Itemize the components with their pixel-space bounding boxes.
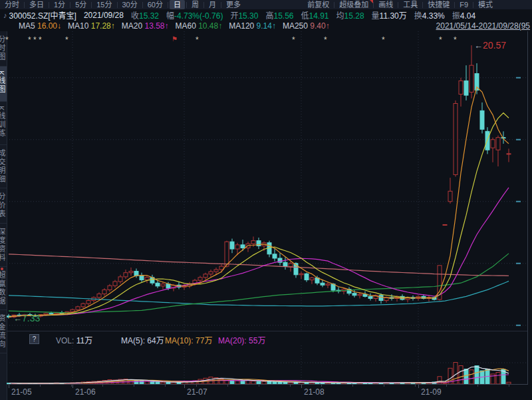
- red-dot-badge: [1, 268, 3, 270]
- axis-minor-tick: [40, 385, 41, 387]
- tool-menu: 前复权超级叠加画线工具快捷键F9模式: [303, 0, 497, 9]
- period-tab-周[interactable]: 周: [187, 0, 203, 9]
- new-feature-badge: [370, 0, 373, 3]
- period-tab-60分[interactable]: 60分: [143, 0, 168, 9]
- axis-minor-tick: [165, 385, 166, 387]
- vol-ma20: MA(20): 55万: [218, 334, 265, 345]
- vol-ma10: MA(10): 77万: [165, 334, 212, 345]
- volume-chart[interactable]: [7, 345, 528, 384]
- sidebar-tab-超赢数据[interactable]: 超赢数据: [0, 267, 7, 310]
- help-icon[interactable]: ?: [29, 334, 39, 344]
- event-star-marker[interactable]: *: [65, 37, 68, 43]
- period-tab-5分[interactable]: 5分: [70, 0, 91, 9]
- axis-minor-tick: [227, 385, 228, 387]
- left-arrow-icon: ←: [474, 41, 483, 51]
- left-arrow-icon: ←: [13, 313, 22, 323]
- axis-label-21-05: 21-05: [11, 387, 32, 397]
- axis-label-21-08: 21-08: [304, 387, 325, 397]
- stock-code[interactable]: 300052.SZ[中青宝]: [9, 9, 76, 21]
- quote-field-量: 量11.30万: [372, 11, 407, 21]
- quote-field-收: 收15.32: [131, 11, 159, 21]
- axis-minor-tick: [290, 385, 291, 387]
- event-star-marker[interactable]: *: [39, 37, 42, 43]
- event-star-marker[interactable]: *: [324, 37, 327, 43]
- axis-month-tick: [9, 385, 9, 388]
- ma-value-MA5: MA5 16.00↓: [19, 21, 61, 31]
- axis-minor-tick: [509, 385, 509, 387]
- ma-value-MA120: MA120 9.14↑: [229, 21, 276, 31]
- quote-field-开: 开15.30: [230, 11, 258, 21]
- quote-date: 2021/09/28: [84, 11, 124, 20]
- period-tab-月[interactable]: 月: [204, 0, 221, 9]
- tool-快捷键[interactable]: 快捷键: [423, 0, 454, 9]
- quote-field-振: 振4.04: [452, 11, 475, 21]
- top-toolbar: 分时多日1分5分15分30分60分日周月更多 前复权超级叠加画线工具快捷键F9模…: [0, 0, 532, 9]
- axis-minor-tick: [415, 385, 416, 387]
- tool-前复权[interactable]: 前复权: [303, 0, 334, 9]
- event-star-marker[interactable]: *: [292, 37, 295, 43]
- period-tab-30分[interactable]: 30分: [118, 0, 142, 9]
- vol-ma5: MA(5): 64万: [121, 334, 164, 345]
- axis-minor-tick: [102, 385, 103, 387]
- axis-minor-tick: [352, 385, 353, 387]
- event-star-marker[interactable]: *: [382, 37, 385, 43]
- chart-right-border: [527, 31, 528, 384]
- sidebar-tab-K线训练[interactable]: K线训练: [0, 102, 7, 145]
- axis-minor-tick: [384, 385, 384, 387]
- axis-month-tick: [72, 385, 73, 388]
- event-star-marker[interactable]: *: [454, 37, 457, 43]
- period-tab-多日[interactable]: 多日: [25, 0, 49, 9]
- period-tab-分时[interactable]: 分时: [0, 0, 24, 9]
- sidebar-tab-K线图[interactable]: K线图: [0, 67, 7, 102]
- quote-field-均: 均15.28: [336, 11, 364, 21]
- sidebar-tab-资金流向[interactable]: 资金流向: [0, 310, 7, 353]
- x-axis-line: [7, 384, 528, 385]
- axis-month-tick: [184, 385, 185, 388]
- period-tab-日[interactable]: 日: [170, 0, 185, 9]
- period-tabs: 分时多日1分5分15分30分60分日周月更多: [0, 0, 245, 9]
- event-star-marker[interactable]: *: [5, 37, 9, 43]
- period-tab-15分[interactable]: 15分: [92, 0, 116, 9]
- sidebar-tab-深度资料[interactable]: 深度资料: [0, 224, 7, 267]
- sidebar-tab-成交明细[interactable]: 成交明细: [0, 145, 7, 188]
- quote-field-低: 低14.91: [301, 11, 329, 21]
- alert-icon: ♪: [3, 11, 7, 19]
- tool-工具[interactable]: 工具: [398, 0, 422, 9]
- quote-fields: 收15.32幅-4.73%(-0.76)开15.30高15.56低14.91均1…: [124, 9, 475, 21]
- period-tab-1分[interactable]: 1分: [49, 0, 70, 9]
- axis-minor-tick: [259, 385, 259, 387]
- quote-field-幅: 幅-4.73%(-0.76): [166, 11, 223, 21]
- sidebar-tab-分价表[interactable]: 分价表: [0, 188, 7, 224]
- tool-模式[interactable]: 模式: [473, 0, 497, 9]
- low-price-annotation: ←7.33: [13, 313, 40, 323]
- quote-field-高: 高15.56: [265, 11, 293, 21]
- quote-field-换: 换4.33%: [414, 11, 445, 21]
- event-flag-marker[interactable]: ⚑: [172, 36, 178, 43]
- tool-超级叠加[interactable]: 超级叠加: [334, 0, 373, 9]
- axis-label-21-07: 21-07: [187, 387, 207, 397]
- period-tab-更多[interactable]: 更多: [221, 0, 245, 9]
- date-range[interactable]: 2021/05/14-2021/09/28(95: [436, 21, 530, 31]
- quote-bar: ♪ 300052.SZ[中青宝] 2021/09/28 收15.32幅-4.73…: [0, 9, 532, 21]
- axis-minor-tick: [321, 385, 322, 387]
- ma-value-MA250: MA250 9.40↑: [283, 21, 330, 31]
- axis-minor-tick: [71, 385, 72, 387]
- event-star-marker[interactable]: *: [439, 37, 442, 43]
- event-star-marker[interactable]: *: [196, 37, 199, 43]
- ma-value-MA60: MA60 10.48↑: [175, 21, 222, 31]
- axis-month-tick: [418, 385, 419, 388]
- axis-label-21-06: 21-06: [75, 387, 96, 397]
- tool-F9[interactable]: F9: [455, 0, 473, 9]
- price-candlestick-chart[interactable]: [7, 31, 528, 331]
- axis-minor-tick: [446, 385, 447, 387]
- event-star-marker[interactable]: *: [28, 37, 31, 43]
- axis-minor-tick: [196, 385, 197, 387]
- axis-label-21-09: 21-09: [421, 387, 442, 397]
- high-price-annotation: ←20.57: [474, 40, 506, 51]
- tool-画线[interactable]: 画线: [374, 0, 398, 9]
- event-star-marker[interactable]: *: [33, 37, 37, 43]
- ma-value-MA20: MA20 13.58↑: [122, 21, 169, 31]
- axis-month-tick: [301, 385, 302, 388]
- ma-value-MA10: MA10 17.28↑: [68, 21, 115, 31]
- vol-label: VOL: 11万: [56, 334, 92, 345]
